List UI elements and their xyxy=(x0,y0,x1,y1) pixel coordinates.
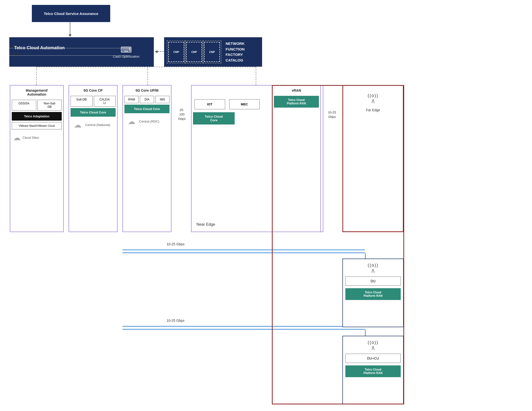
col-5gcp-box: 5G Core CP Sub-DB CALEA/LI Telco Cloud C… xyxy=(69,85,118,232)
central-rdc-label: Central (RDC) xyxy=(139,120,159,123)
caas-label: CaaS Optimization xyxy=(113,55,139,58)
tcsa-label: Telco Cloud Service Assurance xyxy=(44,12,98,16)
ims-box: IMS xyxy=(155,96,169,103)
col-mgmt-row1: OSS/SA Non-SubDB xyxy=(12,100,62,111)
tcsa-arrow xyxy=(70,22,70,37)
bw-label-10-25-top: 10-25Gbps xyxy=(325,110,339,119)
far-edge-antenna: ((o)) /\ xyxy=(343,86,403,104)
non-sub-db-box: Non-SubDB xyxy=(37,100,62,111)
cnp-block-3: CNP xyxy=(204,42,220,62)
tca-label: Telco Cloud Automation xyxy=(14,45,65,50)
blue-line-bottom-2 xyxy=(122,329,365,330)
vran-inner-box: vRAN Telco CloudPlatform RAN xyxy=(272,85,321,232)
central-national-label: Central (National) xyxy=(85,123,110,127)
tcc-box-near-edge: Telco CloudCore xyxy=(193,112,235,125)
mec-box: MEC xyxy=(229,99,260,109)
tcc-platform-ran-du: Telco CloudPlatform RAN xyxy=(345,288,401,300)
col-5gcp-title: 5G Core CP xyxy=(69,86,117,94)
col-far-edge-box: ((o)) /\ Far Edge xyxy=(342,85,404,232)
far-edge-label: Far Edge xyxy=(343,104,403,116)
cnp-block-1: CNP xyxy=(168,42,184,62)
dashed-vert-2 xyxy=(147,67,148,85)
iot-box: IOT xyxy=(194,99,225,109)
tcc-platform-ran-ducu: Telco CloudPlatform RAN xyxy=(345,365,401,377)
vert-conn-ducu xyxy=(365,330,366,336)
col-5gup-title: 5G Core UP/M xyxy=(123,86,171,94)
cloud-icon-5gcp: ☁ xyxy=(74,121,81,129)
tcsa-box: Telco Cloud Service Assurance xyxy=(32,5,110,22)
tcc-box-5gcp: Telco Cloud Core xyxy=(71,108,116,117)
bw-label-10-25-upper: 10-25 Gbps xyxy=(167,242,184,246)
vmware-box: VMware MaaS/VMware Cloud xyxy=(12,122,62,129)
dashed-horiz-top xyxy=(36,67,256,67)
cloud-sites-label: Cloud Sites xyxy=(23,136,39,139)
ducu-box: DU+CU xyxy=(345,354,401,363)
du-box: DU xyxy=(345,276,401,286)
vran-title: vRAN xyxy=(272,86,320,94)
col-5gup-box: 5G Core UP/M IPAM DIA IMS Telco Cloud Co… xyxy=(122,85,171,232)
tcc-platform-ran-vran: Telco CloudPlatform RAN xyxy=(274,96,319,108)
caas-box: ⌨ CaaS Optimization xyxy=(103,40,149,64)
ducu-ran-box: ((o)) /\ DU+CU Telco CloudPlatform RAN xyxy=(342,336,404,404)
calea-li-box: CALEA/LI xyxy=(94,96,116,107)
cloud-icon-5gup: ☁ xyxy=(128,117,135,126)
cloud-sites-row: ☁ Cloud Sites xyxy=(10,131,63,144)
dashed-arrow-head xyxy=(155,50,157,53)
nff-outer-box: CNP CNP CNP NETWORK FUNCTION FACTORY CAT… xyxy=(164,37,262,67)
bw-label-10-25-lower: 10-25 Gbps xyxy=(167,319,184,323)
oss-sa-box: OSS/SA xyxy=(12,100,36,111)
cnp-block-2: CNP xyxy=(186,42,202,62)
ducu-antenna: ((o)) /\ xyxy=(343,336,403,351)
col-mgmt-title: Management/Automation xyxy=(10,86,63,98)
du-antenna: ((o)) /\ xyxy=(343,259,403,274)
col-5gcp-row1: Sub-DB CALEA/LI xyxy=(71,96,116,107)
dashed-vert-3 xyxy=(256,67,256,85)
diagram-container: NFVO xFNM Telco Cloud Service Assurance … xyxy=(0,0,532,411)
ipam-box: IPAM xyxy=(124,96,139,103)
sub-db-box: Sub-DB xyxy=(71,96,93,107)
vert-conn-du xyxy=(365,253,366,259)
blue-line-bottom xyxy=(122,326,365,327)
dashed-vert-1 xyxy=(36,67,37,85)
blue-line-top xyxy=(122,249,365,250)
dashed-arrow xyxy=(155,51,164,52)
dia-box: DIA xyxy=(140,96,154,103)
col-mgmt-box: Management/Automation OSS/SA Non-SubDB T… xyxy=(10,85,64,232)
bw-label-25-100: 25-100Gbps xyxy=(175,108,189,121)
tcc-box-5gup: Telco Cloud Core xyxy=(124,105,169,113)
cloud-icon-mgmt: ☁ xyxy=(13,133,21,142)
near-edge-label-text: Near Edge xyxy=(196,222,215,227)
blue-line-top-2 xyxy=(122,252,365,253)
nff-catalog-text: NETWORK FUNCTION FACTORY CATALOG xyxy=(226,41,245,63)
xfnm-label: xFNM xyxy=(10,52,19,56)
caas-icon: ⌨ xyxy=(121,46,132,54)
cloud-national-row: ☁ Central (National) xyxy=(69,119,117,131)
cloud-rdc-row: ☁ Central (RDC) xyxy=(123,115,171,128)
telco-adapt-box: Telco Adaptation xyxy=(12,112,62,121)
du-ran-box: ((o)) /\ DU Telco CloudPlatform RAN xyxy=(342,259,404,327)
col-5gup-row1: IPAM DIA IMS xyxy=(124,96,169,103)
